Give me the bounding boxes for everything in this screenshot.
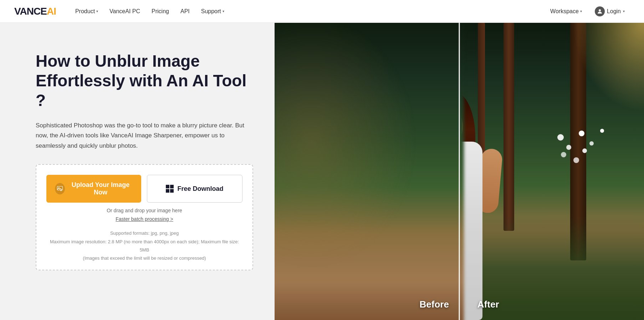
header-right: Workspace ▾ Login ▾ [545, 4, 630, 19]
nav-label-api: API [180, 8, 190, 15]
login-label: Login [607, 8, 621, 15]
upload-btn-label: Upload Your Image Now [68, 181, 133, 196]
upload-image-button[interactable]: Upload Your Image Now [46, 175, 141, 203]
photo-canvas: Before After [275, 23, 644, 320]
flower-area [550, 127, 614, 173]
flower-4 [589, 141, 594, 146]
nav-label-support: Support [201, 8, 221, 15]
flower-5 [561, 152, 566, 157]
login-button[interactable]: Login ▾ [590, 4, 630, 19]
logo-vance: VANCE [14, 6, 47, 17]
download-btn-label: Free Download [177, 185, 223, 193]
format-line-1: Supported formats: jpg, png, jpeg [46, 229, 242, 237]
chevron-down-icon-login: ▾ [623, 9, 625, 13]
flower-1 [557, 134, 564, 141]
drag-drop-text: Or drag and drop your image here [46, 208, 242, 213]
logo[interactable]: VANCE AI [14, 6, 56, 17]
chevron-down-icon-support: ▾ [223, 9, 224, 13]
batch-processing-link[interactable]: Faster batch processing > [46, 216, 242, 222]
sun-effect [573, 23, 644, 112]
workspace-label: Workspace [550, 8, 579, 15]
hero-description: Sophisticated Photoshop was the go-to to… [36, 121, 250, 152]
header: VANCE AI Product ▾ VanceAI PC Pricing AP… [0, 0, 644, 23]
before-blur-overlay [275, 23, 459, 320]
format-line-2: Maximum image resolution: 2.8 MP (no mor… [46, 238, 242, 254]
logo-ai: AI [47, 6, 56, 17]
nav-item-pricing[interactable]: Pricing [147, 5, 174, 17]
before-label: Before [419, 299, 449, 310]
windows-icon [166, 185, 174, 193]
hero-title: How to Unblur Image Effortlessly with An… [36, 51, 253, 111]
before-after-container: Before After [275, 23, 644, 320]
flower-6 [582, 148, 587, 153]
formats-info: Supported formats: jpg, png, jpeg Maximu… [46, 229, 242, 263]
workspace-button[interactable]: Workspace ▾ [545, 5, 587, 17]
chevron-down-icon: ▾ [96, 9, 98, 13]
left-panel: How to Unblur Image Effortlessly with An… [0, 23, 275, 320]
avatar-icon [595, 6, 605, 16]
upload-icon [55, 183, 65, 194]
svg-rect-1 [57, 186, 63, 190]
nav-label-vanceai-pc: VanceAI PC [109, 8, 140, 15]
main-content: How to Unblur Image Effortlessly with An… [0, 23, 644, 320]
nav-item-api[interactable]: API [175, 5, 195, 17]
nav-item-product[interactable]: Product ▾ [70, 5, 103, 17]
free-download-button[interactable]: Free Download [147, 175, 242, 203]
svg-point-0 [599, 9, 601, 11]
upload-box: Upload Your Image Now Free Download Or d… [36, 164, 253, 270]
upload-actions: Upload Your Image Now Free Download [46, 175, 242, 203]
flower-8 [573, 157, 579, 163]
nav-label-pricing: Pricing [152, 8, 169, 15]
before-after-labels: Before After [419, 299, 499, 310]
format-line-3: (Images that exceed the limit will be re… [46, 254, 242, 262]
flower-2 [566, 145, 571, 150]
after-label: After [477, 299, 499, 310]
flower-7 [600, 129, 604, 133]
chevron-down-icon-workspace: ▾ [580, 9, 582, 13]
right-panel: Before After [275, 23, 644, 320]
main-nav: Product ▾ VanceAI PC Pricing API Support… [70, 5, 545, 17]
divider-line [459, 23, 460, 320]
nav-label-product: Product [75, 8, 95, 15]
flower-3 [579, 131, 584, 136]
nav-item-support[interactable]: Support ▾ [196, 5, 229, 17]
nav-item-vanceai-pc[interactable]: VanceAI PC [104, 5, 145, 17]
